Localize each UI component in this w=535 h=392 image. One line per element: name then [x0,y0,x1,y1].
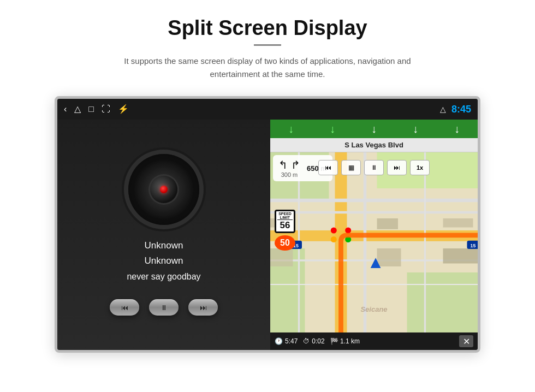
media-speed-label: 1x [417,164,423,171]
page-title: Split Screen Display [168,16,367,40]
svg-point-20 [331,228,337,234]
svg-rect-15 [377,218,399,229]
timer-icon: ⏱ [303,337,310,345]
nav-pointer: ▲ [367,252,384,272]
status-bar-right: △ 8:45 [440,104,471,115]
svg-rect-19 [270,248,293,266]
nav-dist-value: 1.1 km [340,337,360,345]
music-track-artist: Unknown [127,256,200,266]
nav-arrow-2: ↓ [330,123,335,135]
close-icon: ✕ [463,336,470,347]
svg-point-22 [345,228,351,234]
nav-street-label: S Las Vegas Blvd [270,138,478,152]
nav-close-button[interactable]: ✕ [459,335,473,347]
svg-point-21 [331,236,337,242]
nav-bottom-eta: ⏱ 0:02 [303,337,324,345]
status-bar-left: ‹ △ □ ⛶ ⚡ [64,105,129,114]
navigation-panel: ↓ ↓ ↓ ↓ ↓ S Las Vegas Blvd [270,120,478,350]
device-frame: ‹ △ □ ⛶ ⚡ △ 8:45 Unknown [55,96,480,353]
music-track-name: never say goodbay [127,272,200,282]
nav-top-bar: ↓ ↓ ↓ ↓ ↓ [270,120,478,138]
media-prev-button[interactable]: ⏮ [318,160,338,175]
album-art [128,154,199,225]
svg-rect-17 [443,248,478,264]
speed-sign-50: 50 [275,235,295,251]
music-info: Unknown Unknown never say goodbay [127,240,200,282]
usb-icon[interactable]: ⚡ [118,105,129,114]
media-overlay: ⏮ ▦ ⏸ ⏭ 1x [318,160,430,175]
svg-text:15: 15 [471,243,476,248]
svg-rect-4 [407,272,478,332]
pause-button[interactable]: ⏸ [149,299,179,316]
gallery-icon[interactable]: ⛶ [102,105,110,114]
media-prev-icon: ⏮ [325,164,331,171]
nav-bottom-time: 🕐 5:47 [275,337,298,345]
prev-icon: ⏮ [121,304,128,312]
home-icon[interactable]: △ [74,105,81,114]
pause-icon: ⏸ [160,304,168,312]
media-pause-icon: ⏸ [371,164,377,171]
media-speed-button[interactable]: 1x [410,160,430,175]
split-screen: Unknown Unknown never say goodbay ⏮ ⏸ ⏭ [57,120,478,350]
page-description: It supports the same screen display of t… [109,55,426,81]
svg-rect-16 [443,218,473,228]
status-bar: ‹ △ □ ⛶ ⚡ △ 8:45 [57,99,478,120]
media-next-button[interactable]: ⏭ [387,160,407,175]
nav-turn-distance: 300 m [281,171,298,178]
back-icon[interactable]: ‹ [64,105,67,114]
media-grid-button[interactable]: ▦ [341,160,361,175]
nav-arrow-1: ↓ [288,123,294,135]
media-pause-button[interactable]: ⏸ [364,160,384,175]
record-dot [160,186,168,193]
title-divider [254,44,281,46]
music-player-panel: Unknown Unknown never say goodbay ⏮ ⏸ ⏭ [57,120,270,350]
next-button[interactable]: ⏭ [188,299,218,316]
nav-bottom-bar: 🕐 5:47 ⏱ 0:02 🏁 1.1 km ✕ [270,332,478,350]
recents-icon[interactable]: □ [88,105,94,114]
media-next-icon: ⏭ [394,164,400,171]
status-time: 8:45 [451,104,471,115]
speed-limit-sign: SPEEDLIMIT 56 50 [275,210,295,251]
nav-arrow-5: ↓ [454,123,460,135]
flag-icon: 🏁 [330,337,338,345]
nav-eta-value: 0:02 [312,337,324,345]
nav-bottom-dist: 🏁 1.1 km [330,337,360,345]
turn-left-icon: ↰ [278,158,288,171]
speed-limit-number: 56 [277,220,293,231]
speed-limit-label: SPEEDLIMIT [277,212,293,220]
media-grid-icon: ▦ [348,164,354,171]
music-track-title: Unknown [127,240,200,251]
speed-sign-50-number: 50 [280,238,290,248]
next-icon: ⏭ [200,304,207,312]
nav-time-value: 5:47 [285,337,298,345]
music-controls: ⏮ ⏸ ⏭ [110,299,218,316]
nav-arrow-3: ↓ [371,123,377,135]
nav-arrow-4: ↓ [413,123,418,135]
notification-icon: △ [440,105,446,114]
speed-limit-box: SPEEDLIMIT 56 [275,210,295,233]
prev-button[interactable]: ⏮ [110,299,139,316]
clock-icon: 🕐 [275,337,283,345]
map-area: 15 15 ↰ ↱ 300 m [270,152,478,332]
turn-right-icon: ↱ [291,158,300,171]
album-art-inner [150,176,177,203]
